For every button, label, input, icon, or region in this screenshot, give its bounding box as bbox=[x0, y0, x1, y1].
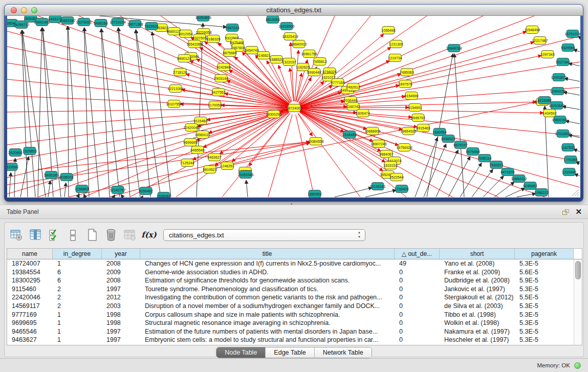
graph-node[interactable]: 6679197 bbox=[453, 141, 467, 149]
graph-node[interactable]: 11548498 bbox=[525, 26, 540, 34]
table-mode-icon[interactable] bbox=[10, 228, 23, 242]
graph-node[interactable]: 10654112 bbox=[511, 175, 527, 183]
graph-node[interactable]: 18907249 bbox=[371, 140, 386, 148]
graph-node[interactable]: 8466160 bbox=[94, 19, 107, 27]
graph-node[interactable]: 16961758 bbox=[301, 50, 317, 58]
graph-node[interactable]: 9890123 bbox=[177, 55, 191, 62]
column-header-pagerank[interactable]: pagerank bbox=[515, 249, 574, 259]
graph-node[interactable]: 1606474 bbox=[356, 110, 369, 117]
resize-grip-icon[interactable] bbox=[572, 189, 579, 196]
graph-node[interactable]: 10653287 bbox=[59, 17, 75, 25]
graph-node[interactable]: 8912954 bbox=[179, 30, 192, 38]
graph-node[interactable]: 1097343 bbox=[540, 51, 554, 58]
graph-node[interactable]: 2522544 bbox=[389, 173, 403, 181]
graph-node[interactable]: 7125244 bbox=[180, 159, 194, 167]
graph-node[interactable]: 7857224 bbox=[225, 24, 239, 32]
table-row[interactable]: 977716911998Corpus callosum shape and si… bbox=[7, 311, 574, 319]
graph-node[interactable]: 9699695 bbox=[183, 139, 197, 146]
graph-node[interactable]: 20691406 bbox=[34, 18, 50, 26]
graph-node[interactable]: 18724007 bbox=[286, 104, 302, 112]
function-builder-icon[interactable]: f(x) bbox=[142, 228, 156, 242]
table-scrollbar-thumb[interactable] bbox=[575, 261, 581, 279]
graph-node[interactable]: 19384554 bbox=[308, 138, 323, 145]
graph-node[interactable]: 9154691 bbox=[408, 104, 422, 112]
column-header-year[interactable]: year bbox=[102, 249, 140, 259]
delete-table-icon[interactable] bbox=[123, 228, 137, 242]
graph-node[interactable]: 1770355 bbox=[563, 156, 577, 164]
tab-edge-table[interactable]: Edge Table bbox=[266, 347, 314, 358]
graph-node[interactable]: 8427552 bbox=[211, 89, 225, 96]
graph-node[interactable]: 8695793 bbox=[411, 114, 425, 122]
graph-node[interactable]: 16210643 bbox=[549, 102, 564, 110]
graph-node[interactable]: 1170058 bbox=[208, 101, 222, 109]
graph-node[interactable]: 2935114 bbox=[478, 155, 492, 162]
graph-node[interactable]: 1883952 bbox=[308, 190, 321, 198]
graph-node[interactable]: 2620650 bbox=[8, 149, 22, 157]
memory-status-icon[interactable] bbox=[574, 362, 581, 369]
graph-node[interactable]: 1068212 bbox=[534, 189, 548, 196]
graph-node[interactable]: 1221309 bbox=[389, 40, 403, 48]
graph-node[interactable]: 3319590 bbox=[7, 163, 18, 171]
graph-node[interactable]: 8471676 bbox=[500, 168, 514, 176]
graph-node[interactable]: 15276021 bbox=[76, 18, 92, 26]
table-row[interactable]: 911546021997Tourette syndrome. Phenomeno… bbox=[7, 285, 574, 294]
graph-node[interactable]: 2935062 bbox=[157, 192, 170, 198]
zoom-window-icon[interactable] bbox=[31, 7, 37, 13]
clear-selection-icon[interactable] bbox=[67, 228, 80, 242]
tab-node-table[interactable]: Node Table bbox=[216, 347, 266, 358]
graph-node[interactable]: 7615526 bbox=[144, 23, 158, 30]
graph-node[interactable]: 15136141 bbox=[369, 183, 385, 190]
graph-node[interactable]: 1248251 bbox=[220, 162, 234, 170]
graph-node[interactable]: 19654923 bbox=[400, 127, 416, 135]
graph-node[interactable]: 7955812 bbox=[313, 58, 326, 65]
window-titlebar[interactable]: citations_edges.txt bbox=[5, 5, 583, 16]
network-canvas[interactable]: 1872400776638229660125891295413226058932… bbox=[7, 16, 580, 198]
graph-node[interactable]: 1897578 bbox=[398, 80, 412, 88]
graph-node[interactable]: 8215958 bbox=[537, 97, 551, 104]
graph-node[interactable]: 2718126 bbox=[173, 69, 187, 76]
graph-node[interactable]: 5905185 bbox=[44, 171, 58, 179]
graph-node[interactable]: 19756928 bbox=[396, 144, 412, 151]
graph-node[interactable]: 8875685 bbox=[223, 49, 236, 57]
graph-node[interactable]: 8186328 bbox=[206, 35, 220, 43]
graph-node[interactable]: 12142757 bbox=[110, 186, 125, 194]
table-scrollbar[interactable] bbox=[574, 259, 582, 345]
graph-node[interactable]: 9463627 bbox=[207, 154, 221, 161]
graph-node[interactable]: 1055498 bbox=[381, 27, 395, 34]
graph-node[interactable]: 9777169 bbox=[331, 79, 344, 86]
float-panel-icon[interactable] bbox=[562, 209, 569, 215]
close-window-icon[interactable] bbox=[11, 7, 17, 13]
graph-node[interactable]: 9154690 bbox=[404, 92, 418, 100]
table-selector-dropdown[interactable]: citations_edges.txt ▲ ▼ bbox=[163, 229, 365, 241]
graph-node[interactable]: 8819523 bbox=[203, 166, 216, 173]
table-row[interactable]: 2242004622012Investigating the contribut… bbox=[7, 293, 574, 302]
graph-node[interactable]: 16671388 bbox=[127, 20, 143, 28]
graph-node[interactable]: 15692301 bbox=[552, 116, 568, 124]
graph-node[interactable]: 1167533 bbox=[561, 144, 575, 151]
delete-column-icon[interactable] bbox=[104, 228, 118, 242]
column-header-out_degree[interactable]: △ out_de... bbox=[395, 249, 440, 259]
graph-node[interactable]: 1529853 bbox=[23, 147, 36, 155]
graph-node[interactable]: 9242848 bbox=[216, 63, 230, 71]
graph-node[interactable]: 15751074 bbox=[564, 30, 580, 38]
graph-node[interactable]: 1210440 bbox=[562, 168, 576, 176]
graph-node[interactable]: 1733426 bbox=[395, 185, 408, 193]
graph-node[interactable]: 16648784 bbox=[446, 45, 462, 52]
graph-node[interactable]: 1404592 bbox=[542, 110, 556, 117]
table-row[interactable]: 946362711997Embryonic stem cells: a mode… bbox=[7, 336, 574, 344]
graph-node[interactable]: 8990448 bbox=[307, 69, 321, 76]
column-header-title[interactable]: title bbox=[140, 249, 395, 259]
table-row[interactable]: 969969511998Structural magnetic resonanc… bbox=[7, 319, 574, 327]
graph-node[interactable]: 2903144 bbox=[214, 75, 228, 82]
column-header-in_degree[interactable]: in_degree bbox=[53, 249, 102, 259]
minimize-window-icon[interactable] bbox=[21, 7, 27, 13]
table-row[interactable]: 1456911722003Disruption of a novel membe… bbox=[7, 302, 574, 311]
graph-node[interactable]: 9329966 bbox=[561, 44, 575, 52]
graph-node[interactable]: 22420046 bbox=[183, 124, 199, 132]
graph-node[interactable]: 9350462 bbox=[139, 187, 153, 195]
graph-node[interactable]: 7462612 bbox=[346, 83, 360, 91]
column-chooser-icon[interactable] bbox=[29, 228, 42, 242]
graph-node[interactable]: 1162625 bbox=[296, 63, 310, 71]
graph-node[interactable]: 16107554 bbox=[166, 100, 182, 108]
column-header-short[interactable]: short bbox=[440, 249, 515, 259]
